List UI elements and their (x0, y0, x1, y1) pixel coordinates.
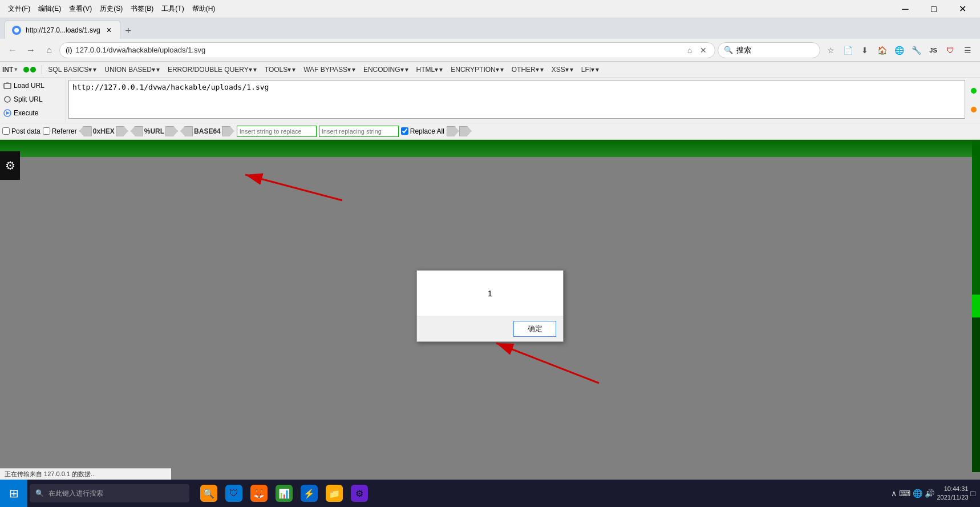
insert-replacing-input[interactable] (319, 126, 399, 137)
network-icon[interactable]: 🌐 (913, 489, 922, 498)
green-dot-2[interactable] (30, 67, 36, 73)
dialog-footer: 确定 (417, 316, 563, 341)
globe-icon[interactable]: 🌐 (891, 42, 907, 58)
url-arrow-right[interactable] (165, 126, 178, 136)
new-tab-button[interactable]: + (120, 23, 136, 39)
base64-arrow-right[interactable] (222, 126, 234, 136)
menu-icon[interactable]: ☰ (959, 42, 975, 58)
clear-addr-btn[interactable]: ✕ (698, 45, 709, 56)
taskbar-app-4[interactable]: 📊 (272, 480, 297, 507)
homescreen-icon[interactable]: 🏠 (874, 42, 890, 58)
menu-history[interactable]: 历史(S) (96, 3, 126, 15)
forward-button[interactable]: → (23, 42, 39, 58)
taskbar-app-6[interactable]: 📁 (322, 480, 347, 507)
home-addr-icon[interactable]: ⌂ (684, 45, 695, 56)
menu-file[interactable]: 文件(F) (5, 3, 34, 15)
search-app-icon: 🔍 (200, 485, 217, 502)
execute-icon (3, 109, 11, 117)
insert-string-input[interactable] (237, 126, 317, 137)
home-button[interactable]: ⌂ (41, 42, 57, 58)
base64-arrow-left[interactable] (180, 126, 193, 136)
volume-icon[interactable]: 🔊 (925, 489, 934, 498)
execute-btn[interactable]: Execute (0, 106, 66, 120)
right-green-dot[interactable] (971, 88, 977, 94)
dialog-content: 1 (417, 271, 563, 316)
replace-all-label: Replace All (410, 127, 444, 135)
taskbar-app-5[interactable]: ⚡ (297, 480, 322, 507)
load-url-icon (3, 82, 11, 90)
url-label: %URL (143, 127, 165, 135)
menu-view[interactable]: 查看(V) (66, 3, 95, 15)
menu-help[interactable]: 帮助(H) (189, 3, 219, 15)
menu-bar: 文件(F) 编辑(E) 查看(V) 历史(S) 书签(B) 工具(T) 帮助(H… (5, 3, 218, 15)
hackbar-url-row: Load URL Split URL Execute (0, 78, 980, 123)
taskbar-app-7[interactable]: ⚙ (347, 480, 372, 507)
plugin-menu-waf[interactable]: WAF BYPASS▾ (300, 65, 359, 75)
extensions-icon[interactable]: 🔧 (908, 42, 924, 58)
plugin-menu-encoding[interactable]: ENCODING▾ (360, 65, 412, 75)
taskbar-search[interactable]: 🔍 在此键入进行搜索 (30, 484, 189, 502)
plugin-bar: INT ▾ SQL BASICS▾ UNION BASED▾ ERROR/DOU… (0, 62, 980, 140)
right-orange-dot[interactable] (971, 107, 977, 112)
plugin-menu-sql-basics[interactable]: SQL BASICS▾ (44, 65, 100, 75)
split-url-btn[interactable]: Split URL (0, 92, 66, 106)
load-url-label: Load URL (14, 82, 44, 90)
download-icon[interactable]: ⬇ (857, 42, 873, 58)
hex-arrow-left[interactable] (79, 126, 92, 136)
plugin-menu-union[interactable]: UNION BASED▾ (101, 65, 163, 75)
start-button[interactable]: ⊞ (0, 480, 27, 507)
replace-arrow-group (447, 126, 472, 136)
dialog-ok-button[interactable]: 确定 (513, 321, 556, 337)
chevron-up-icon[interactable]: ∧ (891, 489, 897, 498)
taskbar-app-3[interactable]: 🦊 (246, 480, 272, 507)
referrer-check-input[interactable] (43, 127, 50, 135)
plugin-menu-tools[interactable]: TOOLS▾ (261, 65, 299, 75)
taskbar-app-2[interactable]: 🛡 (221, 480, 246, 507)
status-text: 正在传输来自 127.0.0.1 的数据... (5, 470, 96, 478)
menu-edit[interactable]: 编辑(E) (35, 3, 64, 15)
hex-arrow-right[interactable] (116, 126, 128, 136)
reader-icon[interactable]: 📄 (840, 42, 856, 58)
int-dropdown[interactable]: ▾ (14, 66, 18, 73)
folder-icon: 📁 (326, 485, 343, 502)
plugin-menu-html[interactable]: HTML▾ (413, 65, 447, 75)
notification-icon[interactable]: □ (971, 489, 975, 498)
replace-all-check-input[interactable] (401, 127, 408, 135)
app-7-icon: ⚙ (351, 485, 368, 502)
post-data-check-input[interactable] (2, 127, 10, 135)
keyboard-icon[interactable]: ⌨ (899, 489, 910, 498)
back-button[interactable]: ← (5, 42, 21, 58)
replace-arrow-right2[interactable] (459, 126, 472, 136)
minimize-button[interactable]: ─ (892, 0, 918, 18)
maximize-button[interactable]: □ (921, 0, 947, 18)
tab-close-button[interactable]: ✕ (105, 25, 113, 35)
plugin-menu-error[interactable]: ERROR/DOUBLE QUERY▾ (164, 65, 260, 75)
address-bar-row: ← → ⌂ (i) 127.0.0.1/dvwa/hackable/upload… (0, 39, 980, 62)
base64-label: BASE64 (193, 127, 222, 135)
execute-label: Execute (14, 109, 38, 117)
url-input-container (66, 79, 967, 122)
replace-all-checkbox[interactable]: Replace All (401, 127, 444, 135)
replace-arrow-right1[interactable] (447, 126, 459, 136)
plugin-menu-xss[interactable]: XSS▾ (548, 65, 577, 75)
taskbar-search-app[interactable]: 🔍 (196, 480, 221, 507)
plugin-menu-other[interactable]: OTHER▾ (508, 65, 547, 75)
url-input[interactable] (68, 80, 965, 119)
load-url-btn[interactable]: Load URL (0, 79, 66, 92)
green-dot-1[interactable] (23, 67, 29, 73)
active-tab[interactable]: http://127.0...loads/1.svg ✕ (5, 21, 120, 39)
plugin-menu-lfi[interactable]: LFI▾ (578, 65, 602, 75)
bookmark-icon[interactable]: ☆ (823, 42, 839, 58)
svg-rect-1 (4, 83, 11, 88)
close-button[interactable]: ✕ (949, 0, 975, 18)
url-arrow-left[interactable] (131, 126, 143, 136)
menu-tools[interactable]: 工具(T) (158, 3, 187, 15)
post-data-checkbox[interactable]: Post data (2, 127, 41, 135)
shield-icon-red[interactable]: 🛡 (942, 42, 958, 58)
protocol-indicator: (i) (66, 46, 72, 54)
menu-bookmarks[interactable]: 书签(B) (127, 3, 157, 15)
search-icon: 🔍 (724, 46, 733, 54)
referrer-checkbox[interactable]: Referrer (43, 127, 77, 135)
js-icon[interactable]: JS (925, 42, 941, 58)
plugin-menu-encryption[interactable]: ENCRYPTION▾ (447, 65, 507, 75)
